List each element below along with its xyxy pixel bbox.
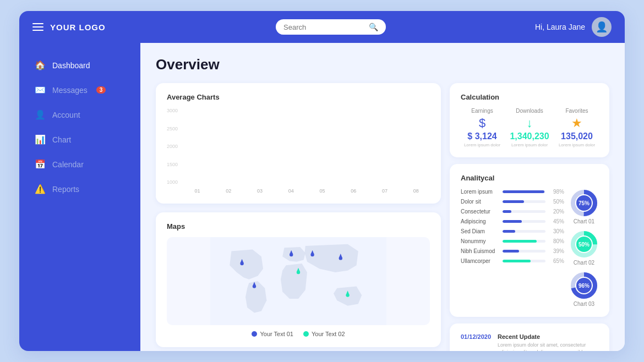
- analytical-row-7: Nibh Euismod 39%: [461, 248, 564, 254]
- donut-column: 75% Chart 01: [570, 189, 598, 307]
- bar-fill-4: [503, 220, 522, 223]
- hamburger-menu[interactable]: [32, 23, 43, 31]
- bar-fill-3: [503, 210, 511, 213]
- row-label-1: Lorem ipsum: [461, 189, 499, 195]
- bar-fill-1: [503, 190, 544, 193]
- favorites-label: Favorites: [555, 108, 598, 114]
- bar-fill-2: [503, 200, 524, 203]
- recent-content: Recent Update Lorem ipsum dolor sit amet…: [498, 333, 598, 351]
- analytical-title: Analitycal: [461, 174, 598, 182]
- chart-icon: 📊: [35, 134, 46, 145]
- chart-labels: 01 02 03 04 05 06 07 08: [183, 188, 430, 194]
- maps-card: Maps: [156, 212, 441, 347]
- sidebar-label-dashboard: Dashboard: [52, 61, 90, 70]
- sidebar-item-reports[interactable]: ⚠️ Reports: [19, 178, 140, 200]
- chart-y-axis: 3000 2500 2000 1500 1000: [167, 108, 181, 185]
- row-label-6: Nonummy: [461, 238, 499, 244]
- legend-item-1: Your Text 01: [252, 331, 293, 337]
- donut-item-2: 50% Chart 02: [570, 230, 598, 266]
- donut-item-1: 75% Chart 01: [570, 189, 598, 224]
- sidebar-label-messages: Messages: [52, 86, 88, 95]
- page-title: Overview: [156, 56, 609, 73]
- chart-area: [183, 108, 430, 185]
- analytical-grid: Lorem ipsum 98% Dolor sit 50%: [461, 189, 598, 307]
- calc-favorites: Favorites ★ 135,020 Lorem ipsum dolor: [555, 108, 598, 147]
- avatar: 👤: [592, 17, 612, 37]
- row-label-4: Adipiscing: [461, 218, 499, 224]
- bar-bg-3: [503, 210, 545, 213]
- calc-earnings: Earnings $ $ 3,124 Lorem ipsum dolor: [461, 108, 504, 147]
- world-map-svg: [167, 237, 430, 325]
- analytical-row-8: Ullamcorper 65%: [461, 258, 564, 264]
- header: YOUR LOGO 🔍 Hi, Laura Jane 👤: [19, 11, 625, 43]
- legend-dot-blue: [252, 331, 257, 337]
- analytical-list: Lorem ipsum 98% Dolor sit 50%: [461, 189, 564, 307]
- recent-row: 01/12/2020 Recent Update Lorem ipsum dol…: [461, 333, 598, 351]
- chart-bars-area: 01 02 03 04 05 06 07 08: [183, 108, 430, 194]
- donut-text-2: 50%: [578, 242, 590, 248]
- legend-dot-green: [303, 331, 309, 337]
- main-grid: Average Charts 3000 2500 2000 1500 1000: [156, 83, 609, 351]
- main-content: Overview Average Charts 3000 2500 2000 1…: [140, 43, 625, 351]
- donut-wrap-2: 50%: [570, 230, 598, 259]
- sidebar-label-chart: Chart: [52, 135, 71, 144]
- recent-text: Lorem ipsum dolor sit amet, consectetur …: [498, 342, 598, 351]
- downloads-sub: Lorem ipsum dolor: [508, 142, 551, 147]
- donut-wrap-3: 96%: [570, 271, 598, 300]
- row-label-7: Nibh Euismod: [461, 248, 499, 254]
- favorites-value: 135,020: [555, 131, 598, 141]
- calculation-card: Calculation Earnings $ $ 3,124 Lorem ips…: [450, 83, 609, 157]
- map-area: [167, 237, 430, 325]
- bar-bg-6: [503, 240, 545, 243]
- analytical-card: Analitycal Lorem ipsum 98% Dolor sit: [450, 164, 609, 317]
- legend-label-2: Your Text 02: [312, 331, 345, 337]
- right-column: Calculation Earnings $ $ 3,124 Lorem ips…: [450, 83, 609, 351]
- donut-label-3: Chart 03: [574, 301, 594, 307]
- calc-row: Earnings $ $ 3,124 Lorem ipsum dolor Dow…: [461, 108, 598, 147]
- sidebar-item-account[interactable]: 👤 Account: [19, 103, 140, 126]
- recent-title: Recent Update: [498, 333, 598, 340]
- bar-bg-5: [503, 230, 545, 233]
- donut-text-3: 96%: [578, 283, 590, 289]
- greeting: Hi, Laura Jane: [535, 23, 585, 31]
- bar-fill-6: [503, 240, 537, 243]
- body: 🏠 Dashboard ✉️ Messages 3 👤 Account 📊 Ch…: [19, 43, 625, 351]
- bar-fill-7: [503, 250, 519, 253]
- donut-text-1: 75%: [578, 200, 590, 206]
- row-pct-4: 45%: [549, 218, 564, 224]
- downloads-label: Downloads: [508, 108, 551, 114]
- maps-title: Maps: [167, 222, 430, 231]
- bar-bg-4: [503, 220, 545, 223]
- recent-date: 01/12/2020: [461, 333, 491, 340]
- donut-label-1: Chart 01: [574, 218, 594, 224]
- left-column: Average Charts 3000 2500 2000 1500 1000: [156, 83, 441, 351]
- bar-bg-7: [503, 250, 545, 253]
- map-legend: Your Text 01 Your Text 02: [167, 331, 430, 337]
- donut-wrap-1: 75%: [570, 189, 598, 217]
- sidebar-item-messages[interactable]: ✉️ Messages 3: [19, 79, 140, 101]
- bar-fill-5: [503, 230, 515, 233]
- avg-charts-card: Average Charts 3000 2500 2000 1500 1000: [156, 83, 441, 204]
- avg-charts-title: Average Charts: [167, 93, 430, 101]
- search-input[interactable]: [283, 23, 364, 31]
- analytical-row-5: Sed Diam 30%: [461, 228, 564, 234]
- sidebar-label-calendar: Calendar: [52, 160, 84, 169]
- sidebar-item-dashboard[interactable]: 🏠 Dashboard: [19, 54, 140, 76]
- bar-bg-2: [503, 200, 545, 203]
- analytical-row-2: Dolor sit 50%: [461, 199, 564, 205]
- row-pct-5: 30%: [549, 228, 564, 234]
- sidebar-label-account: Account: [52, 111, 80, 119]
- calculation-title: Calculation: [461, 93, 598, 101]
- sidebar-label-reports: Reports: [52, 185, 79, 194]
- sidebar: 🏠 Dashboard ✉️ Messages 3 👤 Account 📊 Ch…: [19, 43, 140, 351]
- legend-item-2: Your Text 02: [303, 331, 345, 337]
- home-icon: 🏠: [35, 60, 46, 70]
- analytical-row-6: Nonummy 80%: [461, 238, 564, 244]
- search-bar[interactable]: 🔍: [276, 19, 386, 35]
- sidebar-item-calendar[interactable]: 📅 Calendar: [19, 153, 140, 175]
- bar-fill-8: [503, 260, 531, 262]
- row-label-8: Ullamcorper: [461, 258, 499, 264]
- row-pct-1: 98%: [549, 189, 564, 195]
- sidebar-item-chart[interactable]: 📊 Chart: [19, 128, 140, 151]
- analytical-row-1: Lorem ipsum 98%: [461, 189, 564, 195]
